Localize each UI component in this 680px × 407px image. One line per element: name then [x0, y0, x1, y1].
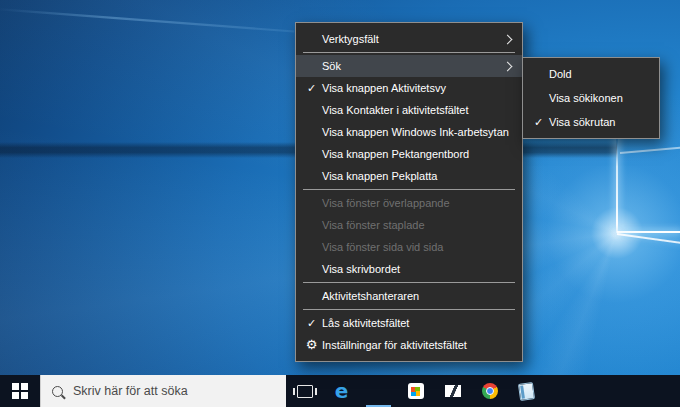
- menu-item-visa-fonster-staplade: Visa fönster staplade: [296, 214, 522, 236]
- menu-item-label: Visa knappen Pektangentbord: [322, 148, 469, 160]
- menu-item-visa-sokikonen[interactable]: Visa sökikonen: [523, 86, 659, 110]
- screen: Skriv här för att söka e VerktygsfältSök…: [0, 0, 680, 407]
- menu-separator: [303, 282, 515, 283]
- menu-separator: [303, 309, 515, 310]
- chevron-right-icon: [503, 35, 513, 45]
- menu-item-label: Verktygsfält: [322, 33, 379, 45]
- menu-item-label: Visa Kontakter i aktivitetsfältet: [322, 104, 469, 116]
- menu-item-label: Visa knappen Pekplatta: [322, 170, 437, 182]
- mail-button[interactable]: [434, 375, 471, 407]
- menu-item-verktygsfalt[interactable]: Verktygsfält: [296, 28, 522, 50]
- menu-item-visa-sokrutan[interactable]: ✓Visa sökrutan: [523, 110, 659, 134]
- menu-item-visa-knappen-aktivitetsvy[interactable]: ✓Visa knappen Aktivitetsvy: [296, 77, 522, 99]
- menu-item-visa-fonster-overlappande: Visa fönster överlappande: [296, 192, 522, 214]
- menu-item-label: Visa knappen Windows Ink-arbetsytan: [322, 126, 509, 138]
- menu-item-las-aktivitetsfaltet[interactable]: ✓Lås aktivitetsfältet: [296, 312, 522, 334]
- taskbar-icons: e: [286, 375, 545, 407]
- menu-separator: [303, 189, 515, 190]
- menu-item-visa-knappen-windows-ink-arbetsytan[interactable]: Visa knappen Windows Ink-arbetsytan: [296, 121, 522, 143]
- edge-icon: e: [335, 381, 349, 401]
- chrome-icon: [482, 383, 498, 399]
- start-button[interactable]: [0, 375, 40, 407]
- file-explorer-button[interactable]: [360, 375, 397, 407]
- task-view-icon: [297, 385, 313, 398]
- windows-logo-icon: [12, 383, 28, 399]
- menu-item-label: Lås aktivitetsfältet: [322, 317, 409, 329]
- menu-item-visa-knappen-pekplatta[interactable]: Visa knappen Pekplatta: [296, 165, 522, 187]
- checkmark-icon: ✓: [530, 110, 547, 134]
- mail-icon: [445, 385, 461, 397]
- menu-separator: [303, 52, 515, 53]
- menu-item-sok[interactable]: Sök: [296, 55, 522, 77]
- edge-button[interactable]: e: [323, 375, 360, 407]
- menu-item-label: Inställningar för aktivitetsfältet: [322, 339, 467, 351]
- taskbar: Skriv här för att söka e: [0, 375, 680, 407]
- taskbar-context-menu: VerktygsfältSök✓Visa knappen Aktivitetsv…: [295, 22, 523, 362]
- window-logo-vertical-beam: [616, 138, 618, 233]
- menu-item-label: Visa knappen Aktivitetsvy: [322, 82, 446, 94]
- menu-item-label: Visa fönster överlappande: [322, 197, 450, 209]
- menu-item-aktivitetshanteraren[interactable]: Aktivitetshanteraren: [296, 285, 522, 307]
- checkmark-icon: ✓: [303, 312, 320, 334]
- menu-item-visa-skrivbordet[interactable]: Visa skrivbordet: [296, 258, 522, 280]
- menu-item-visa-fonster-sida-vid-sida: Visa fönster sida vid sida: [296, 236, 522, 258]
- store-button[interactable]: [397, 375, 434, 407]
- menu-item-label: Visa fönster staplade: [322, 219, 425, 231]
- menu-item-dold[interactable]: Dold: [523, 62, 659, 86]
- notepad-icon: [518, 382, 535, 401]
- gear-icon: ⚙: [303, 334, 320, 356]
- menu-item-label: Aktivitetshanteraren: [322, 290, 419, 302]
- store-icon: [408, 383, 424, 399]
- menu-item-label: Visa sökikonen: [549, 92, 623, 104]
- taskbar-search-input[interactable]: Skriv här för att söka: [40, 375, 286, 407]
- search-icon: [52, 386, 63, 397]
- task-view-button[interactable]: [286, 375, 323, 407]
- notepad-button[interactable]: [508, 375, 545, 407]
- menu-item-label: Visa skrivbordet: [322, 263, 400, 275]
- menu-item-label: Sök: [322, 60, 341, 72]
- chrome-button[interactable]: [471, 375, 508, 407]
- menu-item-label: Dold: [549, 68, 572, 80]
- search-submenu: DoldVisa sökikonen✓Visa sökrutan: [522, 57, 660, 139]
- search-placeholder: Skriv här för att söka: [73, 384, 188, 398]
- menu-item-visa-kontakter-i-aktivitetsfaltet[interactable]: Visa Kontakter i aktivitetsfältet: [296, 99, 522, 121]
- menu-item-installningar-for-aktivitetsfaltet[interactable]: ⚙Inställningar för aktivitetsfältet: [296, 334, 522, 356]
- menu-item-visa-knappen-pektangentbord[interactable]: Visa knappen Pektangentbord: [296, 143, 522, 165]
- window-logo-horizontal-beam: [617, 231, 680, 233]
- menu-item-label: Visa sökrutan: [549, 116, 615, 128]
- chevron-right-icon: [503, 62, 513, 72]
- menu-item-label: Visa fönster sida vid sida: [322, 241, 443, 253]
- checkmark-icon: ✓: [303, 77, 320, 99]
